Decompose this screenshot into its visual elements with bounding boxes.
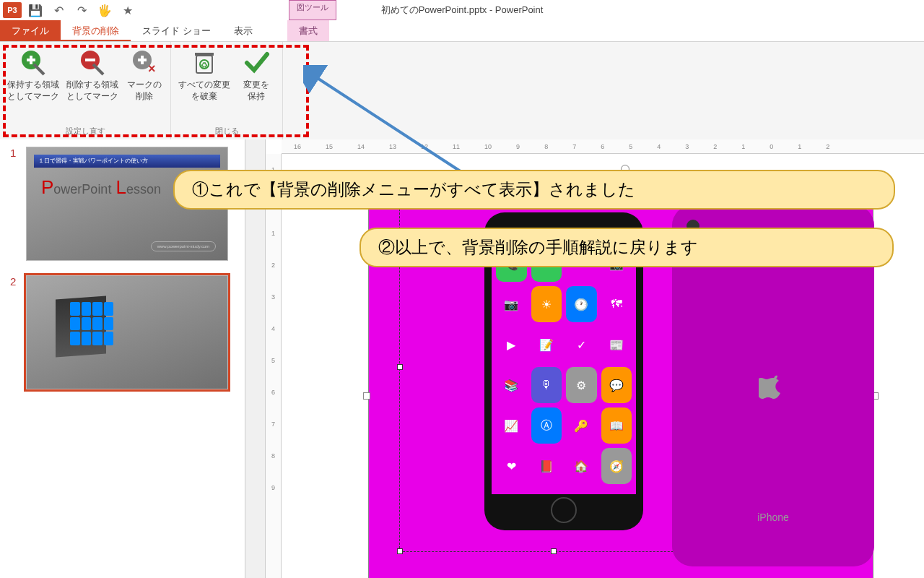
undo-icon[interactable]: ↶ — [49, 2, 68, 18]
ribbon-group-refine-label: 設定し直す — [4, 124, 166, 138]
tab-picture-format[interactable]: 書式 — [287, 20, 329, 41]
tab-file[interactable]: ファイル — [0, 20, 61, 41]
trash-icon: ♻ — [190, 48, 219, 77]
touch-mode-icon[interactable]: 🖐 — [95, 2, 114, 18]
contextual-tab-title: 図ツール — [297, 3, 328, 12]
minus-circle-icon — [78, 48, 107, 77]
redo-icon[interactable]: ↷ — [72, 2, 91, 18]
slide-number-2: 2 — [10, 275, 20, 389]
app-icon: ✓ — [566, 327, 597, 363]
ribbon-group-refine: 保持する領域 としてマーク 削除する領域 としてマーク × マークの 削除 設定… — [0, 42, 171, 139]
slide2-icons — [70, 302, 113, 345]
app-icon: 📚 — [496, 367, 527, 403]
favorites-icon[interactable]: ★ — [118, 2, 137, 18]
app-icon: 📈 — [496, 407, 527, 444]
slide-thumb-2[interactable] — [26, 275, 228, 389]
tutorial-callout-2: ②以上で、背景削除の手順解説に戻ります — [359, 228, 894, 267]
app-icon: ▶ — [496, 327, 527, 363]
iphone-home-screen: 📞✉9📷📷☀🕐🗺▶📝✓📰📚🎙⚙💬📈Ⓐ🔑📖❤📕🏠🧭 — [492, 241, 636, 494]
checkmark-icon — [242, 48, 271, 77]
app-icon: 📰 — [601, 327, 632, 363]
svg-rect-9 — [141, 56, 144, 64]
app-icon: 🗺 — [601, 286, 632, 322]
app-icon: 🏠 — [566, 448, 597, 484]
keep-label: 変更を 保持 — [243, 79, 269, 102]
app-icon: 📕 — [531, 448, 562, 484]
discard-changes-button[interactable]: ♻ すべての変更 を破棄 — [175, 45, 233, 124]
slide1-footer: www.powerpoint-study.com — [151, 241, 216, 251]
delete-mark-icon: × — [130, 48, 159, 77]
iphone-back-text: iPhone — [757, 512, 789, 523]
mark-areas-to-keep-button[interactable]: 保持する領域 としてマーク — [4, 45, 62, 124]
app-icon: Ⓐ — [531, 407, 562, 444]
svg-line-15 — [314, 76, 469, 177]
svg-text:♻: ♻ — [201, 61, 208, 69]
apple-logo-icon — [759, 368, 788, 403]
app-icon: ⚙ — [566, 367, 597, 403]
quick-access-toolbar: P3 💾 ↶ ↷ 🖐 ★ — [0, 2, 137, 18]
ribbon-tabs: ファイル 背景の削除 スライド ショー 表示 書式 — [0, 20, 924, 42]
app-icon: 🕐 — [566, 286, 597, 322]
app-icon: 📖 — [601, 407, 632, 444]
mark-areas-to-remove-button[interactable]: 削除する領域 としてマーク — [64, 45, 121, 124]
svg-rect-5 — [85, 59, 95, 61]
app-icon: 🧭 — [601, 448, 632, 484]
svg-rect-2 — [30, 56, 32, 64]
vertical-ruler: 10123456789 — [266, 154, 282, 578]
slide-thumb-2-wrap[interactable]: 2 — [10, 275, 235, 389]
tab-background-removal[interactable]: 背景の削除 — [61, 20, 131, 41]
app-logo-icon: P3 — [3, 2, 22, 18]
keep-changes-button[interactable]: 変更を 保持 — [235, 45, 278, 124]
tab-view[interactable]: 表示 — [222, 20, 264, 41]
home-button-icon — [551, 497, 577, 523]
save-icon[interactable]: 💾 — [26, 2, 45, 18]
app-icon: 🔑 — [566, 407, 597, 444]
contextual-tab-header: 図ツール — [289, 0, 336, 20]
ribbon-group-close-label: 閉じる — [175, 124, 278, 138]
title-bar: P3 💾 ↶ ↷ 🖐 ★ 図ツール 初めてのPowerPoint.pptx - … — [0, 0, 924, 20]
delete-mark-label: マークの 削除 — [127, 79, 162, 102]
discard-label: すべての変更 を破棄 — [178, 79, 230, 102]
document-title: 初めてのPowerPoint.pptx - PowerPoint — [381, 4, 544, 17]
svg-line-3 — [34, 64, 44, 74]
app-icon: 📝 — [531, 327, 562, 363]
app-icon: 📷 — [496, 286, 527, 322]
svg-line-6 — [93, 64, 103, 74]
svg-text:×: × — [148, 61, 156, 76]
tab-slideshow[interactable]: スライド ショー — [131, 20, 222, 41]
tutorial-callout-1: ①これで【背景の削除メニューがすべて表示】されました — [173, 170, 895, 210]
slide1-heading: PowerPoint Lesson — [41, 176, 161, 199]
remove-mark-label: 削除する領域 としてマーク — [66, 79, 118, 102]
app-icon: ❤ — [496, 448, 527, 484]
slide1-title-bar: １日で習得・実戦パワーポイントの使い方 — [34, 155, 220, 168]
plus-circle-icon — [19, 48, 48, 77]
app-icon: ☀ — [531, 286, 562, 322]
keep-mark-label: 保持する領域 としてマーク — [7, 79, 59, 102]
slide-number-1: 1 — [10, 147, 20, 261]
svg-rect-12 — [195, 53, 214, 56]
app-icon: 💬 — [601, 367, 632, 403]
delete-mark-button[interactable]: × マークの 削除 — [123, 45, 166, 124]
ribbon-group-close: ♻ すべての変更 を破棄 変更を 保持 閉じる — [171, 42, 283, 139]
app-icon: 🎙 — [531, 367, 562, 403]
